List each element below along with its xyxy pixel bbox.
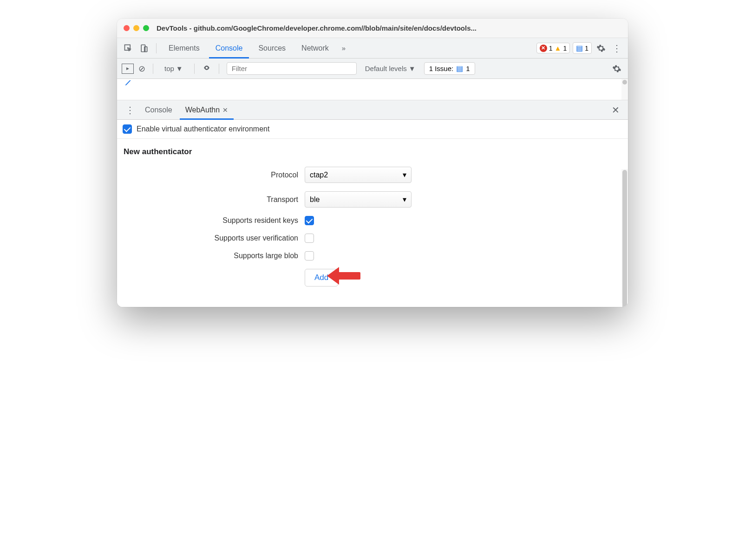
dropdown-icon: ▼ xyxy=(409,65,416,72)
drawer-tab-label: WebAuthn xyxy=(185,106,220,114)
tab-elements[interactable]: Elements xyxy=(162,38,206,58)
issues-label: 1 Issue: xyxy=(429,65,454,72)
add-row: Add xyxy=(124,269,621,287)
transport-value: ble xyxy=(310,195,320,204)
inspect-element-icon[interactable] xyxy=(122,42,135,55)
error-count: 1 xyxy=(549,45,553,52)
log-levels-selector[interactable]: Default levels ▼ xyxy=(361,64,419,73)
settings-icon[interactable] xyxy=(595,42,608,55)
large-blob-checkbox[interactable] xyxy=(305,251,314,260)
user-verification-label: Supports user verification xyxy=(124,234,305,242)
drawer-menu-icon[interactable]: ⋮ xyxy=(122,104,137,116)
context-label: top xyxy=(164,65,174,72)
transport-select[interactable]: ble ▾ xyxy=(305,191,412,208)
message-count: 1 xyxy=(585,45,588,52)
issues-button[interactable]: 1 Issue: ▤ 1 xyxy=(424,62,475,75)
divider xyxy=(153,64,153,74)
issue-icon: ▤ xyxy=(456,64,463,73)
transport-row: Transport ble ▾ xyxy=(124,191,621,208)
protocol-value: ctap2 xyxy=(310,171,328,179)
context-selector[interactable]: top ▼ xyxy=(161,64,187,73)
user-verification-row: Supports user verification xyxy=(124,234,621,243)
dropdown-icon: ▾ xyxy=(403,170,406,179)
resident-keys-row: Supports resident keys xyxy=(124,216,621,225)
devtools-window: DevTools - github.com/GoogleChrome/devel… xyxy=(117,19,628,307)
large-blob-row: Supports large blob xyxy=(124,251,621,260)
warning-icon: ▲ xyxy=(555,44,562,52)
enable-virtual-auth-label: Enable virtual authenticator environment xyxy=(137,125,269,133)
scrollbar-thumb[interactable] xyxy=(622,170,627,307)
console-toolbar: ⊘ top ▼ Default levels ▼ 1 Issue: ▤ 1 xyxy=(117,59,628,79)
maximize-window-button[interactable] xyxy=(143,25,149,31)
error-icon: ✕ xyxy=(540,45,547,52)
divider xyxy=(156,43,157,53)
transport-label: Transport xyxy=(124,195,305,204)
large-blob-label: Supports large blob xyxy=(124,252,305,260)
form-heading: New authenticator xyxy=(124,147,621,156)
main-toolbar: Elements Console Sources Network » ✕ 1 ▲… xyxy=(117,38,628,59)
drawer-scrollbar[interactable] xyxy=(621,169,628,303)
protocol-label: Protocol xyxy=(124,171,305,179)
filter-input[interactable] xyxy=(227,62,357,75)
live-expression-icon[interactable] xyxy=(202,64,211,73)
more-menu-icon[interactable]: ⋮ xyxy=(610,42,623,55)
console-content: / xyxy=(117,79,628,100)
resident-keys-checkbox[interactable] xyxy=(305,216,314,225)
close-drawer-icon[interactable]: ✕ xyxy=(608,104,623,116)
scrollbar[interactable] xyxy=(621,79,628,100)
dropdown-icon: ▼ xyxy=(176,65,183,72)
titlebar: DevTools - github.com/GoogleChrome/devel… xyxy=(117,19,628,38)
minimize-window-button[interactable] xyxy=(133,25,139,31)
dropdown-icon: ▾ xyxy=(403,195,406,204)
more-tabs-icon[interactable]: » xyxy=(338,44,349,52)
error-warning-badges[interactable]: ✕ 1 ▲ 1 xyxy=(536,43,570,53)
console-settings-icon[interactable] xyxy=(610,62,623,75)
user-verification-checkbox[interactable] xyxy=(305,234,314,243)
drawer-tab-console[interactable]: Console xyxy=(139,100,178,119)
messages-badge[interactable]: ▤ 1 xyxy=(573,42,592,54)
message-icon: ▤ xyxy=(576,44,583,52)
new-authenticator-form: New authenticator Protocol ctap2 ▾ Trans… xyxy=(117,139,628,307)
protocol-row: Protocol ctap2 ▾ xyxy=(124,167,621,183)
enable-virtual-auth-checkbox[interactable] xyxy=(123,124,132,134)
tab-network[interactable]: Network xyxy=(295,38,335,58)
device-toolbar-icon[interactable] xyxy=(137,42,150,55)
enable-virtual-auth-row: Enable virtual authenticator environment xyxy=(117,120,628,139)
drawer-tab-webauthn[interactable]: WebAuthn ✕ xyxy=(180,100,234,119)
divider xyxy=(194,64,195,74)
window-controls xyxy=(124,25,149,31)
close-tab-icon[interactable]: ✕ xyxy=(222,106,228,114)
tab-console[interactable]: Console xyxy=(209,38,249,58)
annotation-arrow-icon xyxy=(327,264,360,289)
show-console-sidebar-icon[interactable] xyxy=(122,64,134,74)
divider xyxy=(219,64,219,74)
close-window-button[interactable] xyxy=(124,25,130,31)
warning-count: 1 xyxy=(563,45,567,52)
drawer-tabs: ⋮ Console WebAuthn ✕ ✕ xyxy=(117,100,628,120)
resident-keys-label: Supports resident keys xyxy=(124,216,305,225)
levels-label: Default levels xyxy=(365,65,407,72)
protocol-select[interactable]: ctap2 ▾ xyxy=(305,167,412,183)
tab-sources[interactable]: Sources xyxy=(252,38,292,58)
issues-count: 1 xyxy=(466,65,470,72)
clear-console-icon[interactable]: ⊘ xyxy=(138,64,145,74)
console-prompt-icon: / xyxy=(124,79,132,86)
window-title: DevTools - github.com/GoogleChrome/devel… xyxy=(157,24,477,32)
